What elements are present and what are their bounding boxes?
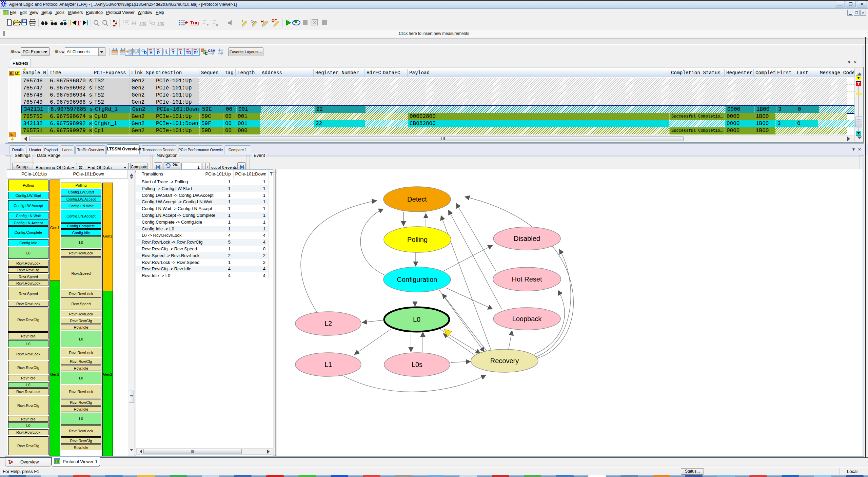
- svg-text:T: T: [76, 19, 81, 27]
- svg-text:Disabled: Disabled: [514, 235, 540, 242]
- svg-text:Hot Reset: Hot Reset: [512, 275, 542, 283]
- svg-text:L1: L1: [324, 361, 332, 368]
- svg-text:C: C: [205, 51, 208, 56]
- svg-text:Polling: Polling: [407, 236, 428, 243]
- svg-text:L: L: [180, 50, 182, 55]
- svg-text:L0: L0: [413, 316, 420, 323]
- svg-text:csv: csv: [208, 48, 215, 53]
- svg-text:OF: OF: [272, 19, 277, 23]
- svg-text:TD: TD: [186, 50, 191, 55]
- svg-text:P: P: [157, 50, 160, 55]
- svg-text:Detect: Detect: [407, 195, 427, 203]
- svg-text:Configuration: Configuration: [397, 276, 437, 283]
- svg-text:Trig: Trig: [139, 21, 146, 26]
- svg-text:Pf: Pf: [194, 50, 198, 55]
- svg-text:Trig: Trig: [157, 21, 164, 26]
- svg-text:L0s: L0s: [412, 361, 422, 368]
- svg-text:L: L: [165, 50, 168, 55]
- svg-text:H: H: [150, 50, 153, 55]
- svg-text:Loopback: Loopback: [512, 315, 542, 323]
- svg-text:Recovery: Recovery: [490, 357, 519, 365]
- svg-text:T: T: [172, 50, 175, 55]
- svg-text:D: D: [144, 50, 147, 55]
- svg-text:Trig: Trig: [190, 20, 199, 25]
- svg-text:L2: L2: [324, 320, 332, 327]
